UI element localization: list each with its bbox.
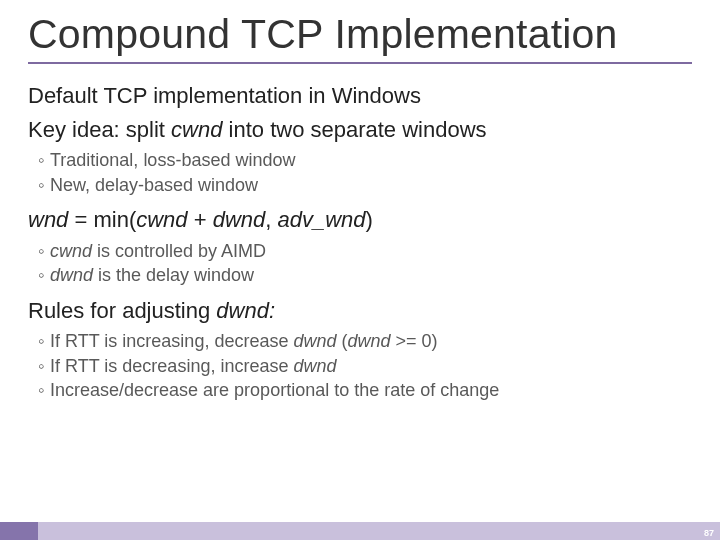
text: = min( <box>68 207 136 232</box>
title-underline <box>28 62 692 64</box>
italic-dwnd: dwnd <box>293 356 336 376</box>
bullet-glyph: ◦ <box>38 330 50 353</box>
slide-title: Compound TCP Implementation <box>28 12 692 56</box>
bullet-glyph: ◦ <box>38 149 50 172</box>
italic-cwnd: cwnd <box>171 117 222 142</box>
sub-bullet: ◦ New, delay-based window <box>38 174 692 197</box>
italic-cwnd: cwnd <box>136 207 187 232</box>
text: Key idea: split <box>28 117 171 142</box>
italic-dwnd: dwnd <box>293 331 336 351</box>
sub-bullet: ◦ cwnd is controlled by AIMD <box>38 240 692 263</box>
italic-cwnd: cwnd <box>50 241 92 261</box>
text: If RTT is increasing, decrease <box>50 331 293 351</box>
italic-wnd: wnd <box>28 207 68 232</box>
italic-adv-wnd: adv_wnd <box>277 207 365 232</box>
sub-bullet: ◦ If RTT is increasing, decrease dwnd (d… <box>38 330 692 353</box>
slide: Compound TCP Implementation Default TCP … <box>0 0 720 540</box>
italic-dwnd: dwnd <box>50 265 93 285</box>
body-line-4: Rules for adjusting dwnd: <box>28 297 692 325</box>
text: is controlled by AIMD <box>92 241 266 261</box>
sub-bullet: ◦ Increase/decrease are proportional to … <box>38 379 692 402</box>
sub-bullets-1: ◦ Traditional, loss-based window ◦ New, … <box>28 149 692 196</box>
text: >= 0) <box>391 331 438 351</box>
page-number: 87 <box>704 528 714 538</box>
text: ) <box>366 207 373 232</box>
sub-bullet: ◦ If RTT is decreasing, increase dwnd <box>38 355 692 378</box>
text: + <box>188 207 213 232</box>
bullet-glyph: ◦ <box>38 240 50 263</box>
text: , <box>265 207 277 232</box>
sub-bullet: ◦ Traditional, loss-based window <box>38 149 692 172</box>
text: New, delay-based window <box>50 175 258 195</box>
bullet-glyph: ◦ <box>38 264 50 287</box>
footer-bar <box>0 522 720 540</box>
text: Increase/decrease are proportional to th… <box>50 380 499 400</box>
italic-dwnd: dwnd <box>347 331 390 351</box>
sub-bullet: ◦ dwnd is the delay window <box>38 264 692 287</box>
sub-bullets-2: ◦ cwnd is controlled by AIMD ◦ dwnd is t… <box>28 240 692 287</box>
bullet-glyph: ◦ <box>38 355 50 378</box>
body-line-3: wnd = min(cwnd + dwnd, adv_wnd) <box>28 206 692 234</box>
body-line-1: Default TCP implementation in Windows <box>28 82 692 110</box>
footer-accent <box>0 522 38 540</box>
text: ( <box>336 331 347 351</box>
text: into two separate windows <box>222 117 486 142</box>
bullet-glyph: ◦ <box>38 174 50 197</box>
text: If RTT is decreasing, increase <box>50 356 293 376</box>
body-line-2: Key idea: split cwnd into two separate w… <box>28 116 692 144</box>
sub-bullets-3: ◦ If RTT is increasing, decrease dwnd (d… <box>28 330 692 402</box>
text: Traditional, loss-based window <box>50 150 295 170</box>
italic-dwnd: dwnd: <box>216 298 275 323</box>
slide-body: Default TCP implementation in Windows Ke… <box>28 82 692 402</box>
text: Rules for adjusting <box>28 298 216 323</box>
italic-dwnd: dwnd <box>213 207 266 232</box>
bullet-glyph: ◦ <box>38 379 50 402</box>
text: is the delay window <box>93 265 254 285</box>
